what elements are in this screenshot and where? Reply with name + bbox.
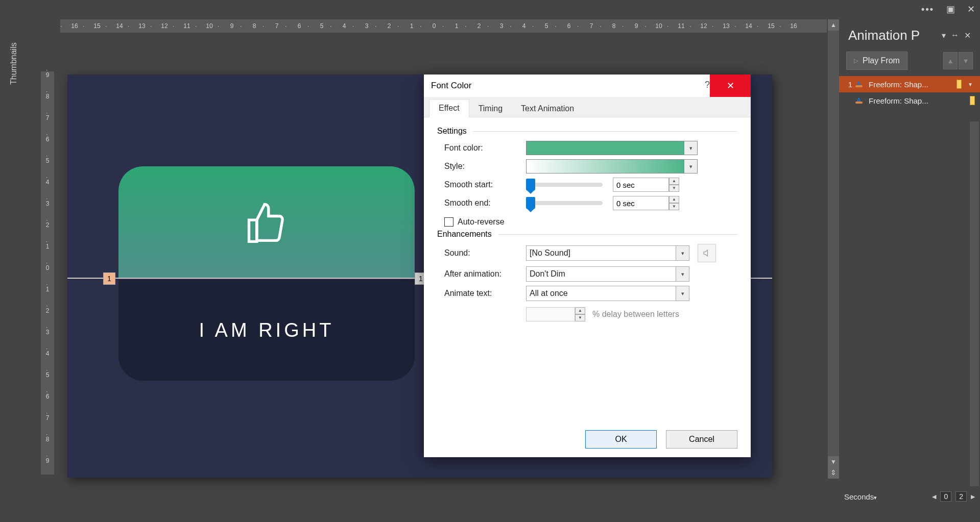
timing-bar[interactable] xyxy=(970,96,975,105)
after-animation-row: After animation: Don't Dim ▾ xyxy=(444,266,737,282)
timeline-2: 2 xyxy=(955,491,967,502)
animation-pane-footer: Seconds▾ ◀ 0 2 ▶ xyxy=(839,488,980,505)
dialog-tabs: Effect Timing Text Animation xyxy=(424,97,751,117)
sound-value: [No Sound] xyxy=(530,248,570,258)
next-slide-icon[interactable]: ⇕ xyxy=(828,467,839,479)
sound-combo[interactable]: [No Sound] ▾ xyxy=(526,245,689,261)
smooth-start-input[interactable] xyxy=(613,178,669,192)
spin-up[interactable]: ▲ xyxy=(669,178,679,185)
font-color-dropdown[interactable]: ▾ xyxy=(684,141,698,155)
animation-pane-header: Animation P ▾ ↔ ✕ xyxy=(839,19,980,48)
move-up-button[interactable]: ▲ xyxy=(943,52,958,69)
style-swatch[interactable] xyxy=(526,159,684,173)
delay-hint: % delay between letters xyxy=(592,310,679,319)
play-from-button[interactable]: ▷ Play From xyxy=(846,52,907,70)
style-row: Style: ▾ xyxy=(444,159,737,173)
animation-item[interactable]: Freeform: Shap... xyxy=(839,92,980,109)
settings-section-label: Settings xyxy=(437,127,737,136)
delay-input xyxy=(526,307,575,321)
slider-thumb[interactable] xyxy=(526,197,535,209)
auto-reverse-checkbox[interactable] xyxy=(444,217,453,227)
scroll-nav[interactable]: ▼ ⇕ xyxy=(828,456,839,479)
dialog-body: Settings Font color: ▾ Style: ▾ Smooth s… xyxy=(424,117,751,421)
spin-down[interactable]: ▼ xyxy=(669,185,679,192)
seconds-label[interactable]: Seconds▾ xyxy=(844,492,877,501)
smooth-start-spinner[interactable]: ▲▼ xyxy=(613,178,679,192)
after-animation-combo[interactable]: Don't Dim ▾ xyxy=(526,266,689,282)
smooth-end-input[interactable] xyxy=(613,196,669,210)
item-number: 1 xyxy=(846,80,852,89)
animation-pane: Animation P ▾ ↔ ✕ ▷ Play From ▲ ▼ 1 Free… xyxy=(839,19,980,507)
sound-preview-button[interactable] xyxy=(698,244,716,262)
more-icon[interactable]: ••• xyxy=(921,4,934,15)
spin-up[interactable]: ▲ xyxy=(669,196,679,203)
after-animation-label: After animation: xyxy=(444,269,526,279)
ruler-horizontal: 1615141312111098765432101234567891011121… xyxy=(60,19,827,33)
animation-pane-scrollbar[interactable] xyxy=(970,121,979,486)
pane-close-icon[interactable]: ✕ xyxy=(964,31,971,40)
animation-list: 1 Freeform: Shap... ▼ Freeform: Shap... xyxy=(839,76,980,109)
style-label: Style: xyxy=(444,162,526,171)
ribbon-display-icon[interactable]: ▣ xyxy=(946,4,955,15)
dialog-footer: OK Cancel xyxy=(424,421,751,457)
spin-down[interactable]: ▼ xyxy=(669,203,679,210)
scroll-up-icon[interactable]: ▲ xyxy=(828,19,839,31)
chevron-down-icon[interactable]: ▾ xyxy=(676,286,689,301)
help-icon[interactable]: ? xyxy=(705,80,710,90)
delay-row: ▲▼ % delay between letters xyxy=(526,307,737,321)
vertical-scrollbar[interactable]: ▲ ▼ ⇕ xyxy=(828,19,839,479)
ruler-vertical: 9876543210123456789 xyxy=(41,71,54,475)
slider-thumb[interactable] xyxy=(526,179,535,191)
animate-text-value: All at once xyxy=(530,289,568,298)
font-color-swatch[interactable] xyxy=(526,141,684,155)
dialog-close-button[interactable]: ✕ xyxy=(710,74,751,97)
smooth-start-slider[interactable] xyxy=(526,183,603,187)
close-icon[interactable]: ✕ xyxy=(967,4,975,15)
thumbs-up-icon xyxy=(243,198,290,245)
timeline-right-icon[interactable]: ▶ xyxy=(971,493,975,500)
ok-button[interactable]: OK xyxy=(585,430,657,449)
style-dropdown[interactable]: ▾ xyxy=(684,159,698,173)
dialog-titlebar[interactable]: Font Color ? ✕ xyxy=(424,74,751,97)
scroll-track[interactable] xyxy=(828,31,839,456)
reorder-controls: ▲ ▼ xyxy=(943,52,973,69)
smooth-end-slider[interactable] xyxy=(526,201,603,205)
animate-text-label: Animate text: xyxy=(444,289,526,298)
thumbnails-panel-collapsed[interactable]: › Thumbnails xyxy=(0,18,29,522)
auto-reverse-row[interactable]: Auto-reverse xyxy=(444,217,737,227)
emphasis-icon xyxy=(856,80,865,88)
delay-spinner: ▲▼ xyxy=(526,307,585,321)
chevron-down-icon[interactable]: ▾ xyxy=(676,267,689,281)
tab-effect[interactable]: Effect xyxy=(429,99,469,117)
sound-label: Sound: xyxy=(444,248,526,258)
smooth-start-row: Smooth start: ▲▼ xyxy=(444,178,737,192)
chevron-down-icon[interactable]: ▼ xyxy=(966,82,975,87)
sound-row: Sound: [No Sound] ▾ xyxy=(444,244,737,262)
timeline-left-icon[interactable]: ◀ xyxy=(932,493,936,500)
smooth-end-spinner[interactable]: ▲▼ xyxy=(613,196,679,210)
play-icon: ▷ xyxy=(854,57,858,64)
pane-move-icon[interactable]: ↔ xyxy=(951,31,959,40)
card-text: I AM RIGHT xyxy=(199,319,334,341)
enhancements-section-label: Enhancements xyxy=(437,230,737,239)
after-animation-value: Don't Dim xyxy=(530,269,565,279)
animation-item[interactable]: 1 Freeform: Shap... ▼ xyxy=(839,76,980,92)
scroll-down-icon[interactable]: ▼ xyxy=(828,456,839,467)
move-down-button[interactable]: ▼ xyxy=(959,52,973,69)
chevron-down-icon[interactable]: ▾ xyxy=(676,246,689,260)
play-controls: ▷ Play From ▲ ▼ xyxy=(839,48,980,73)
pane-options-icon[interactable]: ▾ xyxy=(942,31,946,40)
smooth-end-row: Smooth end: ▲▼ xyxy=(444,196,737,210)
play-from-label: Play From xyxy=(863,56,900,65)
cancel-button[interactable]: Cancel xyxy=(666,430,737,449)
timing-bar[interactable] xyxy=(957,80,962,89)
spin-down: ▼ xyxy=(575,314,585,321)
item-label: Freeform: Shap... xyxy=(869,80,952,89)
font-color-dialog: Font Color ? ✕ Effect Timing Text Animat… xyxy=(424,74,751,457)
animate-text-combo[interactable]: All at once ▾ xyxy=(526,286,689,301)
tab-timing[interactable]: Timing xyxy=(469,100,512,117)
item-label: Freeform: Shap... xyxy=(869,96,966,105)
freeform-shape[interactable]: I AM RIGHT xyxy=(118,166,415,381)
tab-text-animation[interactable]: Text Animation xyxy=(512,100,583,117)
animation-marker-left[interactable]: 1 xyxy=(103,272,115,285)
